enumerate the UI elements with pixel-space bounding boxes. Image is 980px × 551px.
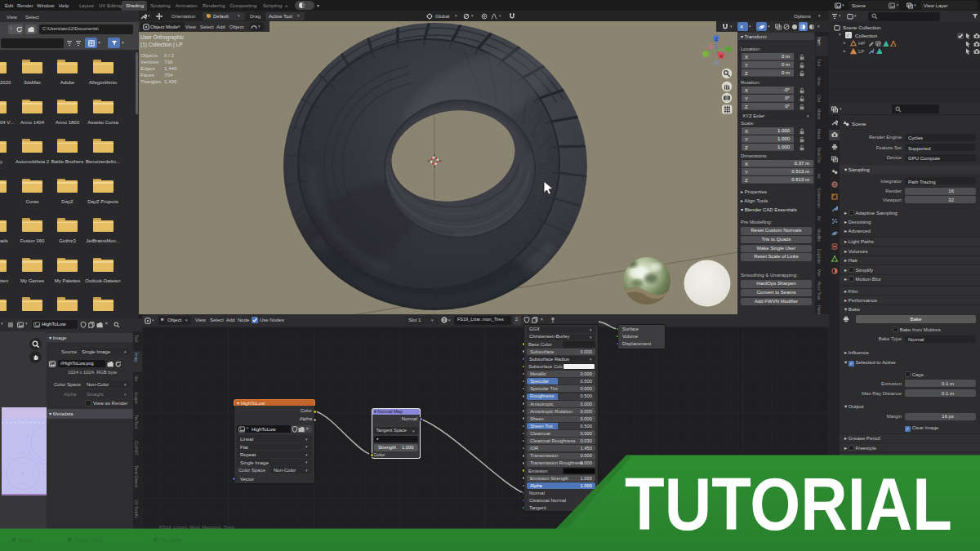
svg-text:Select: Select	[18, 537, 33, 543]
svg-text:TUTORIAL: TUTORIAL	[625, 464, 952, 545]
svg-text:Pan View: Pan View	[159, 537, 182, 543]
svg-text:Rotate View: Rotate View	[74, 537, 102, 543]
